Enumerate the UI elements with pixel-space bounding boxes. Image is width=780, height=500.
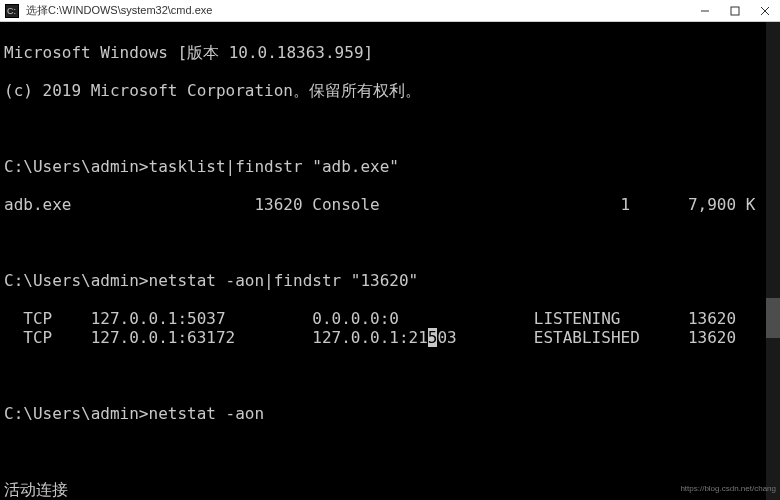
scrollbar-track[interactable] [766, 22, 780, 500]
terminal-area[interactable]: Microsoft Windows [版本 10.0.18363.959] (c… [0, 22, 780, 500]
minimize-button[interactable] [690, 0, 720, 21]
scrollbar-thumb[interactable] [766, 298, 780, 338]
blank-line [4, 442, 776, 461]
svg-text:C:: C: [7, 6, 16, 16]
blank-line [4, 366, 776, 385]
blank-line [4, 233, 776, 252]
cmd3-line: C:\Users\admin>netstat -aon [4, 404, 776, 423]
window-buttons [690, 0, 780, 21]
netstat-row: TCP 127.0.0.1:63172 127.0.0.1:21503 ESTA… [4, 328, 776, 347]
cmd1-line: C:\Users\admin>tasklist|findstr "adb.exe… [4, 157, 776, 176]
cmd2-line: C:\Users\admin>netstat -aon|findstr "136… [4, 271, 776, 290]
netstat-row: TCP 127.0.0.1:5037 0.0.0.0:0 LISTENING 1… [4, 309, 776, 328]
cmd-icon: C: [4, 3, 20, 19]
header-line2: (c) 2019 Microsoft Corporation。保留所有权利。 [4, 81, 776, 100]
close-button[interactable] [750, 0, 780, 21]
blank-line [4, 119, 776, 138]
cmd1-result-row: adb.exe 13620 Console 1 7,900 K [4, 195, 776, 214]
section-title: 活动连接 [4, 480, 776, 499]
svg-rect-4 [731, 7, 739, 15]
maximize-button[interactable] [720, 0, 750, 21]
header-line1: Microsoft Windows [版本 10.0.18363.959] [4, 43, 776, 62]
window-title: 选择C:\WINDOWS\system32\cmd.exe [24, 3, 690, 18]
window-titlebar: C: 选择C:\WINDOWS\system32\cmd.exe [0, 0, 780, 22]
watermark: https://blog.csdn.net/chang [680, 479, 776, 498]
